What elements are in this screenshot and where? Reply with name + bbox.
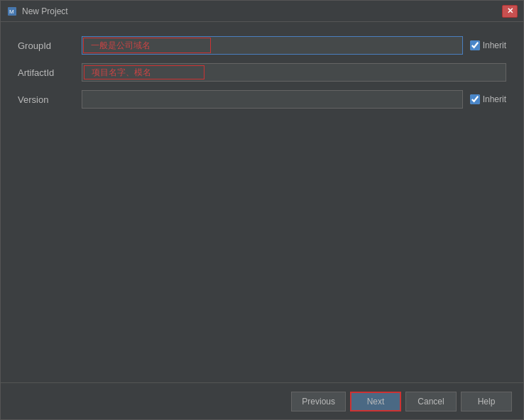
new-project-window: M New Project ✕ GroupId 一般是公司域名 Inherit … <box>0 0 524 420</box>
artifactid-input-inner[interactable]: 项目名字、模名 <box>84 65 204 79</box>
version-inherit-checkbox[interactable] <box>470 94 480 104</box>
svg-text:M: M <box>9 9 14 15</box>
version-inherit-label: Inherit <box>483 94 506 104</box>
groupid-input-inner[interactable]: 一般是公司域名 <box>83 38 211 53</box>
cancel-button[interactable]: Cancel <box>405 392 457 411</box>
groupid-inherit-label: Inherit <box>483 40 506 50</box>
help-button[interactable]: Help <box>461 392 512 411</box>
content-spacer <box>18 117 506 368</box>
form-content: GroupId 一般是公司域名 Inherit ArtifactId 项目名字、… <box>1 22 523 382</box>
previous-button[interactable]: Previous <box>291 392 346 411</box>
close-button[interactable]: ✕ <box>502 5 518 18</box>
version-inherit-container: Inherit <box>470 94 506 104</box>
version-label: Version <box>18 94 75 105</box>
groupid-inherit-checkbox[interactable] <box>470 40 480 50</box>
artifactid-input-outer: 项目名字、模名 <box>82 63 506 82</box>
artifactid-row: ArtifactId 项目名字、模名 <box>18 63 506 82</box>
artifactid-label: ArtifactId <box>18 67 75 78</box>
footer: Previous Next Cancel Help <box>1 382 523 419</box>
version-input[interactable]: 1.0-SNAPSHOT <box>82 90 463 109</box>
groupid-input-outer: 一般是公司域名 <box>82 36 463 55</box>
version-row: Version 1.0-SNAPSHOT Inherit <box>18 90 506 109</box>
next-button[interactable]: Next <box>350 392 401 411</box>
groupid-row: GroupId 一般是公司域名 Inherit <box>18 36 506 55</box>
groupid-label: GroupId <box>18 40 75 51</box>
groupid-inherit-container: Inherit <box>470 40 506 50</box>
artifactid-placeholder: 项目名字、模名 <box>87 67 155 79</box>
window-title: New Project <box>22 6 502 16</box>
groupid-placeholder: 一般是公司域名 <box>87 40 155 52</box>
title-bar: M New Project ✕ <box>1 1 523 22</box>
app-icon: M <box>6 6 18 17</box>
